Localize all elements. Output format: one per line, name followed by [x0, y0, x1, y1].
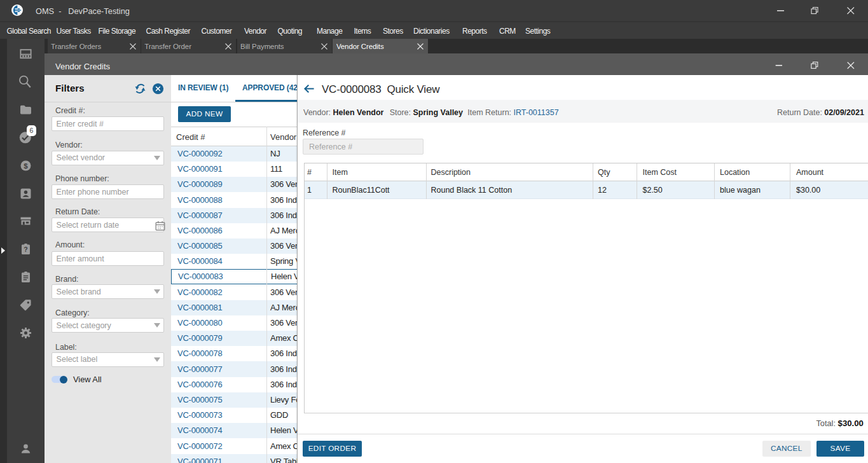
- svg-text:?: ?: [24, 245, 27, 253]
- svg-text:$: $: [24, 162, 28, 169]
